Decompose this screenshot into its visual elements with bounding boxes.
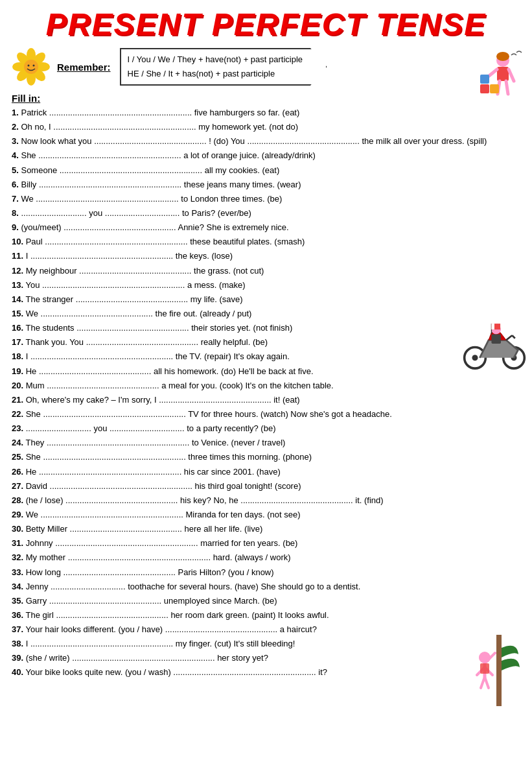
remember-line-2: HE / She / It + has(not) + past particip… (128, 67, 306, 81)
list-item: 21. Oh, where's my cake? – I'm sorry, I … (12, 394, 520, 407)
list-item: 24. They ...............................… (12, 436, 520, 449)
list-item: 25. She ................................… (12, 451, 520, 464)
svg-line-27 (506, 335, 512, 340)
climber-decoration-icon (472, 635, 527, 706)
list-item: 8. ............................ you ....… (12, 207, 520, 220)
svg-line-38 (485, 677, 489, 688)
list-item: 17. Thank you. You .....................… (12, 336, 520, 349)
svg-point-17 (496, 52, 509, 61)
list-item: 10. Paul ...............................… (12, 235, 520, 248)
list-item: 27. David ..............................… (12, 480, 520, 493)
motorbike-decoration-icon (462, 318, 527, 371)
svg-rect-19 (480, 84, 489, 93)
list-item: 14. The stranger .......................… (12, 293, 520, 306)
list-item: 1. Patrick .............................… (12, 106, 520, 119)
list-item: 23. ............................ you ...… (12, 422, 520, 435)
list-item: 29. We .................................… (12, 508, 520, 521)
list-item: 39. (she / write) ......................… (12, 652, 520, 665)
list-item: 4. She .................................… (12, 149, 520, 162)
svg-point-23 (472, 355, 478, 361)
list-item: 35. Garry ..............................… (12, 595, 520, 608)
list-item: 34. Jenny ..............................… (12, 580, 520, 593)
list-item: 40. Your bike looks quite new. (you / wa… (12, 666, 520, 679)
list-item: 12. My neighbour .......................… (12, 265, 520, 278)
list-item: 16. The students .......................… (12, 322, 520, 335)
svg-line-14 (509, 69, 514, 81)
remember-line-1: I / You / We / They + have(not) + past p… (128, 53, 306, 67)
svg-rect-26 (491, 334, 501, 344)
list-item: 31. Johnny .............................… (12, 537, 520, 550)
fill-in-label: Fill in: (12, 93, 520, 104)
list-item: 11. I ..................................… (12, 250, 520, 263)
list-item: 38. I ..................................… (12, 637, 520, 650)
list-item: 33. How long ...........................… (12, 566, 520, 579)
exercise-list: 1. Patrick .............................… (12, 106, 520, 680)
list-item: 37. Your hair looks different. (you / ha… (12, 623, 520, 636)
svg-rect-20 (490, 84, 499, 93)
svg-rect-32 (496, 635, 502, 706)
list-item: 6. Billy ...............................… (12, 178, 520, 191)
svg-rect-18 (480, 75, 489, 84)
list-item: 36. The girl ...........................… (12, 609, 520, 622)
list-item: 19. He .................................… (12, 365, 520, 378)
girl-decoration-icon (467, 49, 526, 113)
list-item: 22. She ................................… (12, 408, 520, 421)
svg-point-10 (33, 65, 35, 67)
svg-rect-31 (491, 324, 494, 329)
list-item: 3. Now look what you ...................… (12, 135, 520, 148)
list-item: 9. (you/meet) ..........................… (12, 221, 520, 234)
list-item: 30. Betty Miller .......................… (12, 523, 520, 536)
list-item: 7. We ..................................… (12, 193, 520, 206)
list-item: 32. My mother ..........................… (12, 551, 520, 564)
list-item: 5. Someone .............................… (12, 164, 520, 177)
remember-box: I / You / We / They + have(not) + past p… (120, 48, 327, 86)
svg-rect-12 (497, 67, 509, 81)
remember-section: Remember: I / You / We / They + have(not… (12, 47, 520, 86)
page-title: PRESENT PERFECT TENSE (12, 6, 520, 42)
list-item: 26. He .................................… (12, 466, 520, 479)
svg-line-28 (512, 335, 515, 338)
svg-point-8 (24, 60, 38, 74)
svg-line-16 (506, 81, 508, 94)
flower-icon (12, 47, 51, 86)
list-item: 2. Oh no, I ............................… (12, 121, 520, 134)
remember-label: Remember: (57, 62, 111, 73)
list-item: 15. We .................................… (12, 307, 520, 320)
list-item: 13. You ................................… (12, 279, 520, 292)
list-item: 28. (he / lose) ........................… (12, 494, 520, 507)
list-item: 20. Mum ................................… (12, 379, 520, 392)
list-item: 18. I ..................................… (12, 350, 520, 363)
svg-point-9 (28, 65, 30, 67)
svg-rect-40 (480, 663, 489, 674)
